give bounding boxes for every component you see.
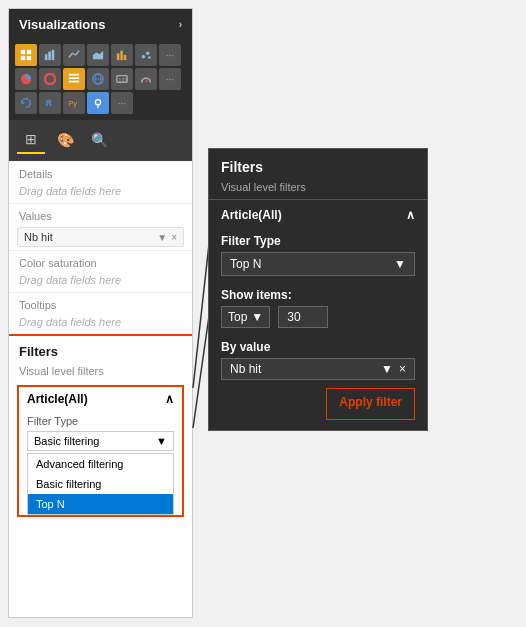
svg-point-30: [95, 100, 100, 105]
option-topn[interactable]: Top N: [28, 494, 173, 514]
rp-filter-type-dropdown[interactable]: Top N ▼: [221, 252, 415, 276]
rp-article-chevron[interactable]: ∧: [406, 208, 415, 222]
svg-text:Py: Py: [69, 100, 78, 108]
svg-rect-3: [27, 50, 31, 54]
viz-icons-grid: ··· 123: [9, 40, 192, 120]
svg-rect-6: [45, 54, 48, 60]
panel-chevron[interactable]: ›: [179, 19, 182, 30]
color-saturation-label: Color saturation: [9, 250, 192, 271]
visual-level-label: Visual level filters: [9, 363, 192, 381]
tooltips-label: Tooltips: [9, 292, 192, 313]
values-label: Values: [9, 203, 192, 224]
viz-icon-more3[interactable]: ···: [111, 92, 133, 114]
svg-point-18: [47, 76, 52, 81]
option-advanced[interactable]: Advanced filtering: [28, 454, 173, 474]
svg-text:123: 123: [119, 77, 128, 83]
left-panel: Visualizations ›: [8, 8, 193, 618]
viz-icon-table[interactable]: [15, 44, 37, 66]
viz-row-3: R Py ···: [15, 92, 186, 114]
viz-icon-more1[interactable]: ···: [159, 44, 181, 66]
viz-icon-gauge[interactable]: [135, 68, 157, 90]
rp-filter-type-arrow: ▼: [394, 257, 406, 271]
svg-marker-9: [93, 51, 103, 60]
dropdown-arrow: ▼: [156, 435, 167, 447]
viz-icon-r[interactable]: R: [39, 92, 61, 114]
tooltips-drop[interactable]: Drag data fields here: [9, 313, 192, 334]
right-panel-header: Filters: [209, 149, 427, 179]
analytics-tool[interactable]: 🔍: [85, 126, 113, 154]
svg-point-13: [142, 55, 145, 58]
rp-article-section: Article(All) ∧: [209, 200, 427, 226]
chip-close-icon[interactable]: ×: [171, 232, 177, 243]
filter-type-dropdown[interactable]: Basic filtering ▼: [27, 431, 174, 451]
rp-chip-controls: ▼ ×: [381, 362, 406, 376]
svg-rect-11: [120, 51, 123, 60]
viz-icon-line[interactable]: [63, 44, 85, 66]
svg-point-15: [148, 56, 151, 59]
rp-filter-type-title: Filter Type: [221, 234, 415, 248]
svg-rect-21: [69, 81, 79, 83]
viz-icon-globe[interactable]: [87, 68, 109, 90]
viz-icon-matrix[interactable]: [63, 68, 85, 90]
viz-row-1: ···: [15, 44, 186, 66]
viz-icon-pie[interactable]: [15, 68, 37, 90]
viz-icon-card[interactable]: 123: [111, 68, 133, 90]
viz-icon-refresh[interactable]: [15, 92, 37, 114]
rp-top-dropdown[interactable]: Top ▼: [221, 306, 270, 328]
svg-rect-8: [52, 50, 55, 60]
svg-point-14: [146, 52, 149, 55]
article-title: Article(All): [27, 392, 88, 406]
dropdown-options-list: Advanced filtering Basic filtering Top N: [27, 453, 174, 515]
panel-title: Visualizations: [19, 17, 105, 32]
article-header[interactable]: Article(All) ∧: [19, 387, 182, 411]
details-drop-zone[interactable]: Drag data fields here: [9, 182, 192, 203]
format-tool[interactable]: 🎨: [51, 126, 79, 154]
svg-rect-7: [48, 52, 51, 61]
viz-icon-donut[interactable]: [39, 68, 61, 90]
viz-icon-scatter[interactable]: [135, 44, 157, 66]
rp-filter-type-value: Top N: [230, 257, 261, 271]
svg-rect-20: [69, 77, 79, 79]
rp-apply-section: Apply filter: [209, 384, 427, 430]
rp-by-value-chip: Nb hit ▼ ×: [221, 358, 415, 380]
right-panel: Filters Visual level filters Article(All…: [208, 148, 428, 431]
filters-header: Filters: [9, 334, 192, 363]
svg-rect-5: [27, 56, 31, 60]
filter-dropdown-value: Basic filtering: [34, 435, 99, 447]
option-basic[interactable]: Basic filtering: [28, 474, 173, 494]
rp-show-items-section: Show items: Top ▼: [209, 280, 427, 332]
rp-article-title: Article(All): [221, 208, 282, 222]
viz-row-2: 123 ···: [15, 68, 186, 90]
rp-show-items-row: Top ▼: [221, 306, 415, 328]
svg-rect-10: [117, 53, 120, 60]
svg-rect-19: [69, 74, 79, 76]
viz-icon-more2[interactable]: ···: [159, 68, 181, 90]
article-filter-box: Article(All) ∧ Filter Type Basic filteri…: [17, 385, 184, 517]
article-chevron[interactable]: ∧: [165, 392, 174, 406]
color-saturation-drop[interactable]: Drag data fields here: [9, 271, 192, 292]
chip-text: Nb hit: [24, 231, 53, 243]
rp-number-input[interactable]: [278, 306, 328, 328]
rp-by-value-close[interactable]: ×: [399, 362, 406, 376]
rp-article-header[interactable]: Article(All) ∧: [221, 208, 415, 222]
details-label: Details: [9, 161, 192, 182]
viz-icon-area[interactable]: [87, 44, 109, 66]
viz-icon-bar[interactable]: [39, 44, 61, 66]
chip-dropdown-icon[interactable]: ▼: [157, 232, 167, 243]
rp-by-value-arrow[interactable]: ▼: [381, 362, 393, 376]
svg-rect-2: [21, 50, 25, 54]
rp-show-items-title: Show items:: [221, 288, 415, 302]
tools-row: ⊞ 🎨 🔍: [9, 120, 192, 161]
rp-top-arrow: ▼: [251, 310, 263, 324]
viz-icon-map[interactable]: [87, 92, 109, 114]
svg-rect-12: [124, 55, 127, 60]
apply-filter-button[interactable]: Apply filter: [326, 388, 415, 420]
rp-by-value-section: By value Nb hit ▼ ×: [209, 332, 427, 384]
rp-filter-type-section: Filter Type Top N ▼: [209, 226, 427, 280]
svg-rect-4: [21, 56, 25, 60]
viz-icon-python[interactable]: Py: [63, 92, 85, 114]
viz-icon-column[interactable]: [111, 44, 133, 66]
panel-header: Visualizations ›: [9, 9, 192, 40]
fields-tool[interactable]: ⊞: [17, 126, 45, 154]
rp-top-label: Top: [228, 310, 247, 324]
